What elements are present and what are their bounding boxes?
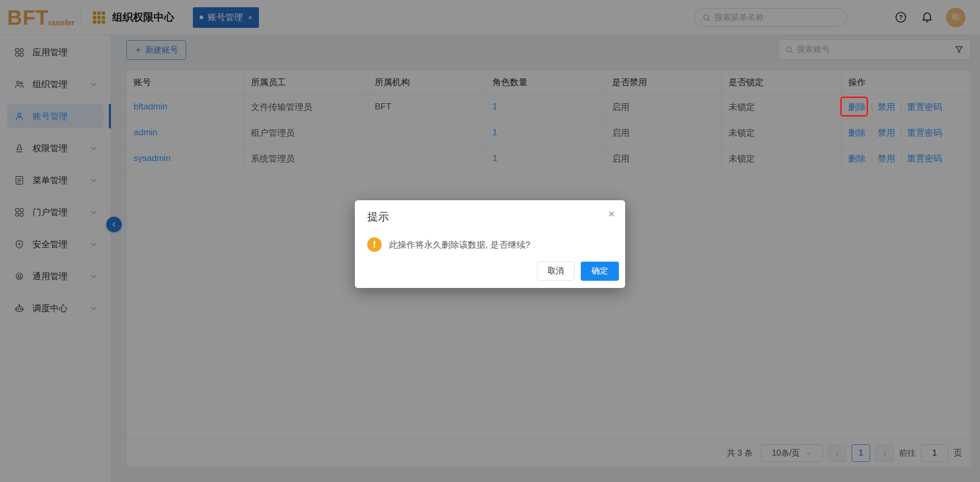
dialog-title: 提示 [367, 210, 613, 224]
cancel-button[interactable]: 取消 [537, 262, 575, 281]
confirm-delete-dialog: 提示 × ! 此操作将永久删除该数据, 是否继续? 取消 确定 [355, 200, 625, 288]
dialog-body: ! 此操作将永久删除该数据, 是否继续? [367, 237, 613, 252]
dialog-message: 此操作将永久删除该数据, 是否继续? [389, 239, 530, 251]
dialog-footer: 取消 确定 [537, 262, 619, 281]
warning-icon: ! [367, 237, 382, 252]
account-management-page: BFT ransfer 组织权限中心 账号管理 × [0, 0, 980, 482]
dialog-close-icon[interactable]: × [608, 208, 615, 220]
confirm-button[interactable]: 确定 [581, 262, 619, 281]
